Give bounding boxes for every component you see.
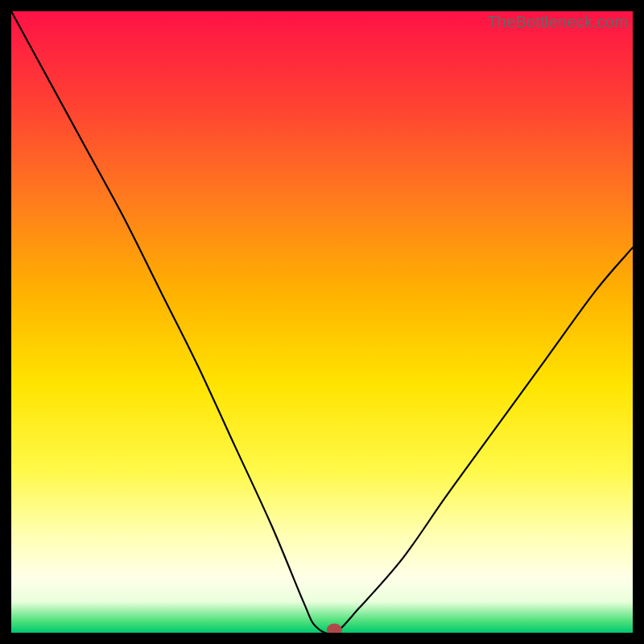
plot-area: TheBottleneck.com <box>11 11 633 633</box>
bottleneck-curve <box>11 11 633 633</box>
curve-path <box>11 11 633 633</box>
min-marker <box>327 624 341 633</box>
chart-frame: TheBottleneck.com <box>0 0 644 644</box>
watermark-text: TheBottleneck.com <box>487 13 628 31</box>
